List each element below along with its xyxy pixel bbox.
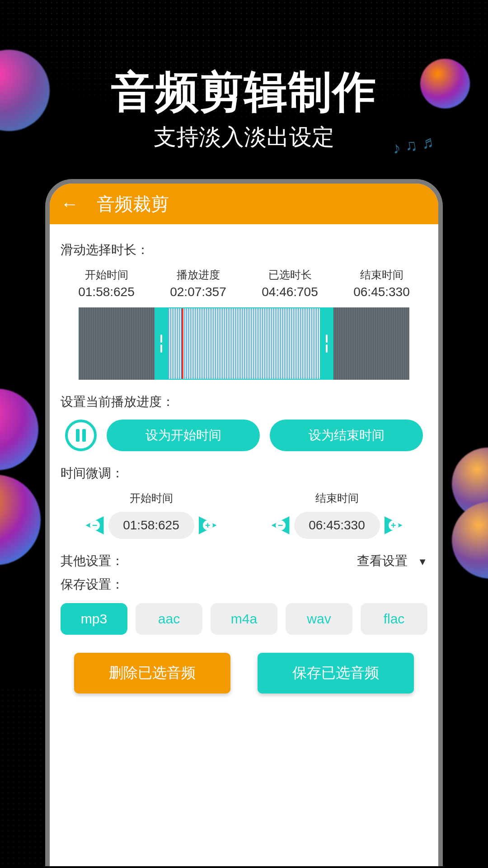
end-increment-button[interactable]: + bbox=[385, 516, 403, 534]
view-settings-toggle[interactable]: 查看设置 ▼ bbox=[357, 552, 427, 570]
phone-frame: ← 音频裁剪 滑动选择时长： 开始时间 01:58:625 播放进度 02:07… bbox=[45, 179, 443, 866]
bg-orb bbox=[452, 502, 488, 579]
start-time-value: 01:58:625 bbox=[61, 285, 152, 299]
format-chip-mp3[interactable]: mp3 bbox=[61, 603, 127, 635]
tune-start-label: 开始时间 bbox=[61, 491, 242, 505]
start-time-label: 开始时间 bbox=[61, 268, 152, 282]
save-settings-label: 保存设置： bbox=[61, 576, 427, 593]
set-progress-label: 设置当前播放进度： bbox=[61, 393, 427, 410]
end-time-label: 结束时间 bbox=[336, 268, 427, 282]
time-display-row: 开始时间 01:58:625 播放进度 02:07:357 已选时长 04:46… bbox=[61, 268, 427, 299]
app-bar: ← 音频裁剪 bbox=[50, 184, 438, 224]
tune-start-value[interactable]: 01:58:625 bbox=[108, 512, 194, 539]
waveform-editor[interactable] bbox=[79, 307, 409, 380]
format-chip-flac[interactable]: flac bbox=[361, 603, 427, 635]
save-button[interactable]: 保存已选音频 bbox=[258, 653, 414, 693]
format-chip-m4a[interactable]: m4a bbox=[211, 603, 277, 635]
format-chip-wav[interactable]: wav bbox=[286, 603, 352, 635]
chevron-down-icon: ▼ bbox=[418, 556, 427, 567]
selected-duration-value: 04:46:705 bbox=[244, 285, 336, 299]
progress-label: 播放进度 bbox=[152, 268, 244, 282]
other-settings-label: 其他设置： bbox=[61, 552, 124, 570]
hero-title: 音频剪辑制作 bbox=[0, 63, 488, 122]
playhead-indicator[interactable] bbox=[182, 307, 183, 380]
app-bar-title: 音频裁剪 bbox=[97, 192, 169, 217]
back-arrow-icon[interactable]: ← bbox=[61, 194, 79, 214]
set-end-button[interactable]: 设为结束时间 bbox=[270, 420, 423, 451]
tune-end-label: 结束时间 bbox=[246, 491, 427, 505]
pause-button[interactable] bbox=[65, 420, 97, 451]
end-decrement-button[interactable]: − bbox=[272, 516, 290, 534]
bg-orb bbox=[0, 475, 41, 565]
selected-duration-label: 已选时长 bbox=[244, 268, 336, 282]
start-decrement-button[interactable]: − bbox=[86, 516, 104, 534]
tune-end-value[interactable]: 06:45:330 bbox=[294, 512, 380, 539]
progress-value: 02:07:357 bbox=[152, 285, 244, 299]
fine-tune-label: 时间微调： bbox=[61, 465, 427, 482]
trim-handle-start[interactable] bbox=[155, 307, 168, 380]
bg-orb bbox=[0, 389, 38, 470]
set-start-button[interactable]: 设为开始时间 bbox=[107, 420, 260, 451]
format-chip-aac[interactable]: aac bbox=[136, 603, 202, 635]
end-time-value: 06:45:330 bbox=[336, 285, 427, 299]
start-increment-button[interactable]: + bbox=[199, 516, 217, 534]
trim-handle-end[interactable] bbox=[320, 307, 333, 380]
hero-subtitle: 支持淡入淡出设定 bbox=[0, 122, 488, 152]
delete-button[interactable]: 删除已选音频 bbox=[74, 653, 230, 693]
slide-select-label: 滑动选择时长： bbox=[61, 241, 427, 259]
